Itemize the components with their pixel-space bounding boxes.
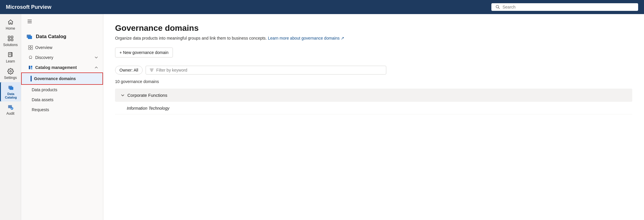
sidebar-item-audit[interactable]: Audit: [0, 101, 21, 118]
solutions-label: Solutions: [3, 43, 18, 47]
data-catalog-label: Data Catalog: [2, 92, 20, 99]
svg-rect-25: [31, 66, 32, 68]
discovery-icon: [28, 55, 33, 60]
sidebar-item-overview[interactable]: Overview: [21, 43, 103, 53]
data-catalog-icon: [8, 84, 14, 91]
sidebar-item-data-products[interactable]: Data products: [21, 85, 103, 95]
svg-rect-19: [28, 45, 30, 47]
owner-filter-label: Owner: All: [119, 68, 138, 72]
svg-rect-5: [11, 39, 13, 41]
svg-point-23: [29, 56, 32, 59]
hamburger-menu[interactable]: [26, 18, 33, 26]
sidebar-item-discovery[interactable]: Discovery: [21, 53, 103, 62]
sidebar-item-data-catalog[interactable]: Data Catalog: [0, 82, 21, 101]
content-area: Governance domains Organize data product…: [103, 14, 644, 220]
discovery-label: Discovery: [35, 55, 53, 60]
app-title: Microsoft Purview: [6, 4, 491, 10]
page-title: Governance domains: [115, 23, 632, 33]
new-domain-label: + New governance domain: [119, 50, 168, 55]
data-products-label: Data products: [32, 87, 57, 92]
hamburger-icon: [27, 19, 32, 24]
icon-nav: Home Solutions Learn: [0, 14, 21, 220]
svg-rect-6: [8, 53, 11, 57]
sidebar-item-data-assets[interactable]: Data assets: [21, 95, 103, 105]
domain-row[interactable]: Corporate Functions: [115, 89, 632, 102]
search-box[interactable]: [491, 3, 638, 11]
sidebar-item-settings[interactable]: Settings: [0, 66, 21, 82]
settings-icon: [7, 68, 14, 75]
search-input[interactable]: [503, 5, 634, 9]
sidebar: Data Catalog Overview Discove: [21, 14, 103, 220]
search-icon: [495, 5, 500, 9]
svg-rect-24: [29, 66, 30, 69]
svg-rect-4: [8, 39, 10, 41]
home-icon: [7, 19, 14, 25]
expand-chevron-icon: [120, 93, 125, 98]
chevron-down-icon: [94, 55, 98, 60]
domain-name: Corporate Functions: [127, 93, 167, 98]
svg-rect-21: [28, 48, 30, 50]
svg-point-9: [10, 70, 11, 72]
chevron-up-icon: [94, 65, 98, 70]
data-catalog-sidebar-icon: [26, 33, 33, 40]
sub-domain-name: Information Technology: [127, 106, 169, 111]
sidebar-item-solutions[interactable]: Solutions: [0, 33, 21, 49]
sub-domain-row[interactable]: Information Technology: [115, 102, 632, 114]
main-layout: Home Solutions Learn: [0, 14, 644, 220]
sidebar-section-title: Data Catalog: [21, 30, 103, 43]
filter-row: Owner: All: [115, 66, 632, 75]
sidebar-item-learn[interactable]: Learn: [0, 49, 21, 66]
overview-icon: [28, 45, 33, 50]
sidebar-item-catalog-management[interactable]: Catalog management: [21, 62, 103, 72]
count-label: 10 governance domains: [115, 79, 632, 84]
requests-label: Requests: [32, 107, 49, 112]
sidebar-catalog-title: Data Catalog: [36, 34, 66, 40]
catalog-management-label: Catalog management: [35, 65, 77, 70]
subtitle-text: Organize data products into meaningful g…: [115, 36, 267, 40]
learn-icon: [7, 52, 14, 58]
sidebar-item-requests[interactable]: Requests: [21, 105, 103, 115]
new-governance-domain-button[interactable]: + New governance domain: [115, 48, 173, 57]
sidebar-item-home[interactable]: Home: [0, 16, 21, 33]
catalog-management-icon: [28, 65, 33, 70]
data-assets-label: Data assets: [32, 97, 53, 102]
sidebar-item-governance-domains[interactable]: Governance domains: [21, 72, 103, 85]
audit-icon: [7, 104, 14, 110]
svg-rect-2: [8, 36, 10, 38]
learn-more-link[interactable]: Learn more about governance domains ↗: [268, 36, 344, 40]
svg-rect-11: [9, 87, 13, 90]
learn-label: Learn: [6, 59, 15, 63]
solutions-icon: [7, 35, 14, 42]
filter-icon: [149, 68, 154, 72]
owner-filter-button[interactable]: Owner: All: [115, 66, 143, 75]
home-label: Home: [6, 26, 15, 31]
keyword-filter[interactable]: [146, 66, 386, 75]
sidebar-header: [21, 14, 103, 30]
overview-label: Overview: [35, 45, 52, 50]
topbar: Microsoft Purview: [0, 0, 644, 14]
page-subtitle: Organize data products into meaningful g…: [115, 36, 632, 40]
svg-rect-18: [28, 36, 32, 39]
keyword-filter-input[interactable]: [156, 68, 382, 72]
svg-rect-20: [31, 45, 33, 47]
settings-label: Settings: [4, 76, 17, 80]
audit-label: Audit: [6, 111, 14, 116]
active-indicator: [31, 76, 32, 82]
svg-rect-26: [31, 68, 32, 69]
svg-line-1: [498, 8, 500, 9]
svg-rect-3: [11, 36, 13, 38]
svg-rect-22: [31, 48, 33, 50]
governance-domains-label: Governance domains: [34, 76, 76, 81]
